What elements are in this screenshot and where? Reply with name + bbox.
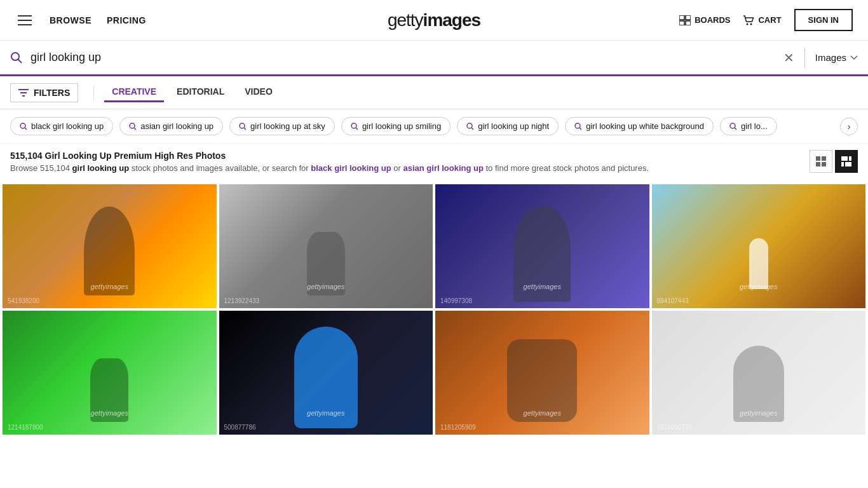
svg-line-22 [580,128,581,130]
boards-button[interactable]: BOARDS [679,15,730,25]
suggestion-chip-6[interactable]: girl lo... [720,117,777,135]
search-bar: ✕ Images [0,41,868,76]
svg-line-24 [735,128,736,130]
svg-line-7 [18,59,22,63]
suggestions-bar: black girl looking up asian girl looking… [0,109,868,144]
svg-rect-32 [845,162,851,166]
filter-icon [18,88,29,97]
svg-line-12 [25,128,27,130]
image-card-1[interactable]: gettyimages 1213922433 [219,184,433,308]
header: BROWSE PRICING gettyimages BOARDS CART S… [0,0,868,41]
svg-point-15 [240,123,245,128]
svg-rect-28 [822,162,826,166]
sign-in-button[interactable]: SIGN IN [794,9,853,31]
chip-label-1: asian girl looking up [140,121,214,131]
svg-point-4 [747,23,749,25]
svg-line-18 [356,128,358,130]
chip-search-icon-3 [351,123,358,130]
svg-point-5 [750,23,752,25]
logo-light: getty [388,10,423,30]
boards-icon [679,15,691,25]
chip-label-5: girl looking up white background [586,121,704,131]
image-card-2[interactable]: gettyimages 140997308 [435,184,649,308]
filters-label: FILTERS [34,88,70,98]
svg-rect-31 [841,162,844,166]
header-right: BOARDS CART SIGN IN [679,9,853,31]
grid-icon [816,156,826,166]
tab-video[interactable]: VIDEO [237,83,280,102]
results-link-2[interactable]: asian girl looking up [403,163,483,173]
clear-search-button[interactable]: ✕ [783,50,794,65]
suggestion-chip-5[interactable]: girl looking up white background [565,117,714,135]
view-toggle [810,150,858,173]
svg-rect-3 [686,21,691,25]
svg-point-6 [11,53,19,60]
suggestion-chip-0[interactable]: black girl looking up [10,117,113,135]
chip-search-icon-2 [239,123,247,130]
menu-button[interactable] [15,13,34,28]
svg-line-16 [244,128,246,130]
image-card-0[interactable]: gettyimages 541938200 [3,184,217,308]
image-card-5[interactable]: gettyimages 500877786 [219,311,433,435]
pricing-nav[interactable]: PRICING [107,15,146,25]
suggestions-next-button[interactable]: › [840,118,858,135]
mosaic-view-button[interactable] [835,150,858,173]
results-description: Browse 515,104 girl looking up stock pho… [10,163,649,173]
svg-rect-30 [849,156,851,161]
search-type-selector[interactable]: Images [815,52,858,63]
tab-creative[interactable]: CREATIVE [104,83,164,102]
logo-bold: images [423,10,481,30]
chip-search-icon-4 [466,123,474,130]
chip-search-icon-1 [129,123,137,130]
svg-rect-25 [816,156,820,161]
results-count: 515,104 Girl Looking Up Premium High Res… [10,151,649,161]
cart-label: CART [758,15,781,25]
chip-label-2: girl looking up at sky [250,121,325,131]
results-link-1[interactable]: black girl looking up [311,163,391,173]
chip-label-3: girl looking up smiling [362,121,441,131]
suggestion-chip-4[interactable]: girl looking up night [457,117,559,135]
svg-point-23 [730,123,735,128]
chip-label-0: black girl looking up [31,121,104,131]
search-input[interactable] [31,51,783,64]
suggestion-chip-2[interactable]: girl looking up at sky [229,117,335,135]
svg-point-11 [20,123,25,128]
chip-label-4: girl looking up night [478,121,549,131]
search-icon [10,51,23,64]
chevron-down-icon [850,55,858,60]
site-logo[interactable]: gettyimages [388,10,480,30]
filters-button[interactable]: FILTERS [10,83,78,102]
image-card-7[interactable]: gettyimages 1016600775 [652,311,866,435]
svg-rect-27 [816,162,820,166]
search-type-label: Images [815,52,846,63]
svg-rect-26 [822,156,826,161]
cart-icon [743,15,754,25]
results-info: 515,104 Girl Looking Up Premium High Res… [10,151,649,173]
suggestion-chip-3[interactable]: girl looking up smiling [341,117,451,135]
image-card-6[interactable]: gettyimages 1181205909 [435,311,649,435]
mosaic-icon [841,156,851,166]
image-card-4[interactable]: gettyimages 1214187800 [3,311,217,435]
filter-separator [93,85,94,100]
chip-search-icon-0 [20,123,27,130]
image-grid: gettyimages 541938200 gettyimages 121392… [0,179,868,440]
header-left: BROWSE PRICING [15,13,146,28]
tab-editorial[interactable]: EDITORIAL [169,83,232,102]
suggestion-chip-1[interactable]: asian girl looking up [119,117,223,135]
boards-label: BOARDS [695,15,730,25]
browse-nav[interactable]: BROWSE [50,15,92,25]
svg-line-14 [134,128,136,130]
svg-rect-1 [686,15,691,20]
filter-bar: FILTERS CREATIVE EDITORIAL VIDEO [0,76,868,109]
svg-point-21 [575,123,580,128]
chip-search-icon-6 [729,123,737,130]
cart-button[interactable]: CART [743,15,781,25]
svg-point-17 [351,123,356,128]
image-card-3[interactable]: gettyimages 884107443 [652,184,866,308]
svg-rect-2 [679,21,684,25]
svg-rect-29 [841,156,848,161]
grid-view-button[interactable] [810,150,832,173]
svg-rect-0 [679,15,684,20]
svg-point-13 [130,123,135,128]
svg-line-20 [471,128,473,130]
